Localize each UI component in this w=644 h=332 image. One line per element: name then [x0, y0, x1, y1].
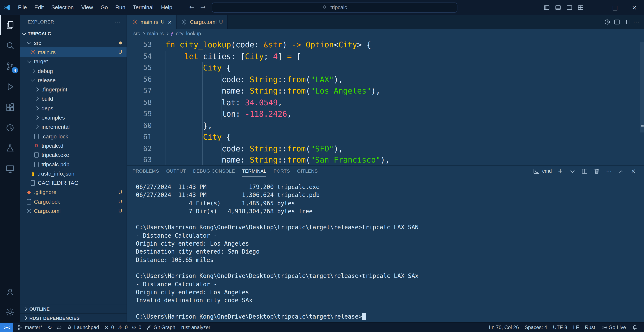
tree-item[interactable]: tripcalc.exe — [20, 150, 127, 160]
panel-tab-terminal[interactable]: TERMINAL — [242, 166, 266, 176]
status-git-graph[interactable]: Git Graph — [143, 323, 178, 332]
tree-item[interactable]: CACHEDIR.TAG — [20, 178, 127, 188]
tree-item[interactable]: src — [20, 38, 127, 48]
menu-go[interactable]: Go — [97, 0, 112, 15]
tree-item[interactable]: target — [20, 57, 127, 66]
activity-timeline[interactable] — [0, 118, 20, 138]
activity-accounts[interactable] — [0, 281, 20, 302]
explorer-more-actions[interactable]: ⋯ — [114, 18, 121, 26]
status-warnings[interactable]: ⚠0 — [116, 323, 130, 332]
menu-run[interactable]: Run — [112, 0, 129, 15]
activity-search[interactable] — [0, 35, 20, 56]
tree-item[interactable]: main.rsU — [20, 48, 127, 57]
tab-cargo.toml[interactable]: Cargo.tomlU — [176, 15, 228, 29]
status-notifications[interactable] — [629, 323, 641, 332]
file-icon — [33, 133, 40, 140]
panel-tab-ports[interactable]: PORTS — [274, 166, 290, 176]
tree-item[interactable]: Cargo.tomlU — [20, 206, 127, 216]
terminal-profile-button[interactable]: cmd — [532, 167, 554, 174]
status-encoding[interactable]: UTF-8 — [550, 323, 570, 332]
activity-manage[interactable] — [0, 302, 20, 322]
status-git-branch[interactable]: master* — [14, 323, 45, 332]
status-go-live[interactable]: Go Live — [598, 323, 629, 332]
maximize-panel-button[interactable] — [616, 167, 626, 174]
status-indentation[interactable]: Spa​ces: 4 — [522, 323, 550, 332]
status-remote-indicator[interactable]: >< — [0, 323, 13, 332]
activity-testing[interactable] — [0, 138, 20, 158]
status-git-fetch[interactable] — [54, 323, 64, 332]
panel-more-actions-button[interactable]: ⋯ — [604, 167, 614, 174]
customize-editor-layout-button[interactable] — [623, 18, 630, 26]
tree-item[interactable]: deps — [20, 104, 127, 113]
tree-item[interactable]: examples — [20, 113, 127, 122]
tree-item[interactable]: .cargo-lock — [20, 132, 127, 141]
tree-item[interactable]: Dtripcalc.d — [20, 141, 127, 150]
breadcrumb-item[interactable]: main.rs — [147, 30, 164, 36]
status-eol[interactable]: LF — [570, 323, 582, 332]
panel-tab-output[interactable]: OUTPUT — [166, 166, 186, 176]
terminal-profile-dropdown-button[interactable] — [567, 167, 578, 174]
editor-scrollbar[interactable] — [640, 42, 644, 132]
status-cursor-position[interactable]: Ln 70, Col 26 — [486, 323, 522, 332]
new-terminal-button[interactable]: + — [555, 167, 566, 174]
activity-remote-explorer[interactable] — [0, 158, 20, 179]
section-outline[interactable]: OUTLINE — [20, 304, 127, 313]
status-errors[interactable]: ⊗0 — [102, 323, 116, 332]
close-tab-icon[interactable]: × — [168, 19, 172, 25]
chevron-right-icon — [34, 106, 38, 110]
more-editor-actions-button[interactable]: ⋯ — [633, 18, 640, 26]
activity-run-and-debug[interactable] — [0, 76, 20, 97]
status-gitlens-launchpad[interactable]: Launchpad — [64, 323, 102, 332]
split-editor-button[interactable] — [614, 18, 620, 26]
tree-item[interactable]: release — [20, 76, 127, 85]
section-rust-dependencies[interactable]: RUST DEPENDENCIES — [20, 313, 127, 322]
breadcrumb-item[interactable]: src — [133, 30, 140, 36]
command-center-search[interactable]: tripcalc — [212, 2, 458, 12]
history-nav: ←→ — [189, 0, 206, 15]
status-git-sync[interactable]: ↻ — [45, 323, 54, 332]
forward-button-icon[interactable]: → — [200, 4, 206, 11]
breadcrumb-item[interactable]: city_lookup — [176, 30, 201, 36]
activity-extensions[interactable] — [0, 97, 20, 118]
tree-item[interactable]: debug — [20, 66, 127, 76]
timeline-history-button[interactable] — [604, 18, 611, 26]
status-language-mode[interactable]: Rust — [582, 323, 598, 332]
tab-main.rs[interactable]: main.rsU× — [127, 15, 176, 29]
toggle-secondary-sidebar-button[interactable] — [564, 0, 575, 15]
activity-explorer[interactable] — [0, 15, 20, 35]
customize-layout-button[interactable] — [575, 0, 586, 15]
menu-edit[interactable]: Edit — [30, 0, 48, 15]
status-gitlens-count[interactable]: ⊘0 — [130, 323, 143, 332]
project-section-header[interactable]: TRIPCALC — [20, 29, 127, 38]
panel-tab-problems[interactable]: PROBLEMS — [132, 166, 159, 176]
section-label: OUTLINE — [29, 306, 50, 311]
tree-item[interactable]: tripcalc.pdb — [20, 160, 127, 169]
activity-source-control[interactable]: 4 — [0, 56, 20, 76]
terminal-output[interactable]: 06/27/2024 11:43 PM 179,200 tripcalc.exe… — [127, 176, 644, 322]
tree-item[interactable]: {}.rustc_info.json — [20, 169, 127, 178]
close-window-button[interactable]: × — [625, 0, 644, 15]
minimize-button[interactable]: – — [586, 0, 606, 15]
status-rust-analyzer-status[interactable]: rust-analyzer — [178, 323, 213, 332]
code-editor[interactable]: 53fn city_lookup(code: &str) -> Option<C… — [127, 38, 644, 165]
tree-item[interactable]: .fingerprint — [20, 85, 127, 94]
menu-file[interactable]: File — [14, 0, 30, 15]
close-panel-button[interactable]: × — [628, 167, 638, 174]
menu-terminal[interactable]: Terminal — [129, 0, 157, 15]
tree-item[interactable]: Cargo.lockU — [20, 197, 127, 206]
toggle-primary-sidebar-button[interactable] — [541, 0, 552, 15]
split-terminal-button[interactable] — [580, 167, 590, 174]
panel-tab-gitlens[interactable]: GITLENS — [297, 166, 318, 176]
kill-terminal-button[interactable] — [592, 167, 602, 174]
menu-view[interactable]: View — [78, 0, 97, 15]
toggle-panel-button[interactable] — [552, 0, 564, 15]
menu-help[interactable]: Help — [157, 0, 176, 15]
panel-tab-debug-console[interactable]: DEBUG CONSOLE — [193, 166, 235, 176]
back-button-icon[interactable]: ← — [189, 4, 196, 11]
menu-selection[interactable]: Selection — [48, 0, 78, 15]
tree-item[interactable]: build — [20, 94, 127, 104]
file-icon — [26, 198, 32, 205]
tree-item[interactable]: ◆.gitignoreU — [20, 188, 127, 197]
tree-item[interactable]: incremental — [20, 122, 127, 132]
maximize-button[interactable]: □ — [606, 0, 625, 15]
